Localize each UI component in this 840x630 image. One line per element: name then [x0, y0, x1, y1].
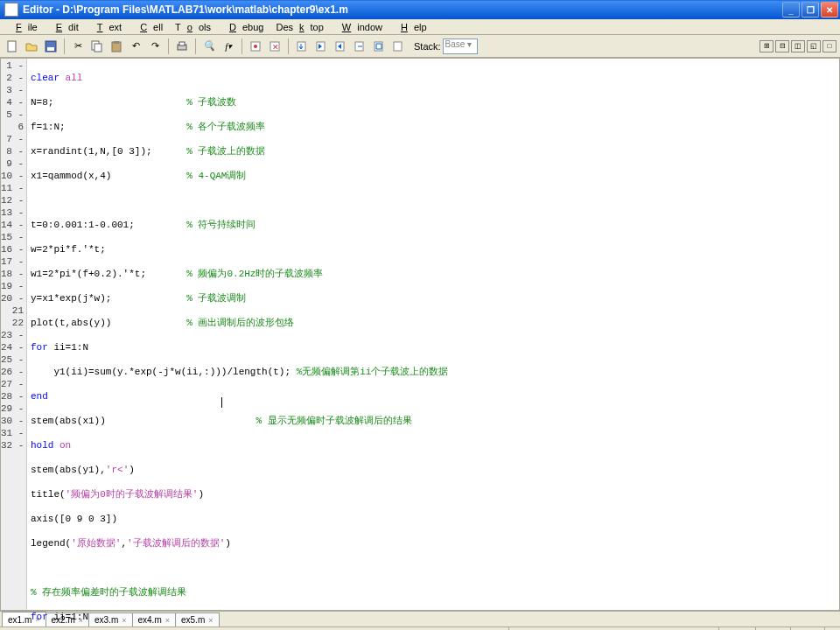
copy-icon[interactable] [88, 38, 106, 55]
gutter-line[interactable]: 18 - [1, 268, 26, 280]
text-cursor [221, 397, 222, 408]
split-v-icon[interactable]: ◫ [791, 40, 805, 52]
gutter-line[interactable]: 2 - [1, 72, 26, 84]
dock-icon[interactable]: ◱ [807, 40, 821, 52]
gutter-line[interactable]: 26 - [1, 366, 26, 378]
exit-debug-icon[interactable] [389, 38, 407, 55]
toolbar: ✂ ↶ ↷ 🔍 f▾ ✕ Stack: Base ▾ ⊞ ⊟ ◫ ◱ □ [0, 35, 840, 58]
gutter-line[interactable]: 31 - [1, 427, 26, 439]
split-h-icon[interactable]: ⊟ [775, 40, 789, 52]
menu-file[interactable]: File [4, 21, 44, 33]
maximize-pane-icon[interactable]: □ [822, 40, 836, 52]
step-in-icon[interactable] [312, 38, 330, 55]
breakpoint-clear-icon[interactable]: ✕ [266, 38, 284, 55]
gutter-line[interactable]: 20 - [1, 292, 26, 304]
gutter-line[interactable]: 15 - [1, 231, 26, 243]
gutter-line[interactable]: 6 [1, 121, 26, 133]
gutter-line[interactable]: 8 - [1, 145, 26, 158]
continue-icon[interactable] [351, 38, 368, 55]
gutter-line[interactable]: 22 [1, 317, 26, 329]
svg-text:✕: ✕ [272, 43, 279, 52]
paste-icon[interactable] [108, 38, 125, 55]
svg-point-10 [254, 45, 257, 48]
save-icon[interactable] [42, 38, 60, 55]
svg-rect-2 [47, 47, 54, 51]
gutter-line[interactable]: 13 - [1, 206, 26, 219]
cut-icon[interactable]: ✂ [69, 38, 87, 55]
svg-rect-4 [94, 44, 102, 52]
print-icon[interactable] [173, 38, 191, 55]
gutter-line[interactable]: 23 - [1, 329, 26, 341]
function-icon[interactable]: f▾ [220, 38, 237, 55]
gutter-line[interactable]: 4 - [1, 96, 26, 108]
gutter-line[interactable]: 28 - [1, 390, 26, 402]
gutter-line[interactable]: 21 [1, 304, 26, 317]
redo-icon[interactable]: ↷ [146, 38, 164, 55]
stack-select[interactable]: Base ▾ [443, 38, 478, 54]
gutter-line[interactable]: 29 - [1, 402, 26, 415]
editor-pane: 1 - 2 - 3 - 4 - 5 - 6 7 - 8 - 9 - 10 - 1… [0, 58, 840, 611]
menu-help[interactable]: Help [388, 21, 433, 33]
gutter-line[interactable]: 16 - [1, 243, 26, 256]
gutter-line[interactable]: 14 - [1, 219, 26, 231]
undo-icon[interactable]: ↶ [127, 38, 144, 55]
minimize-button[interactable]: _ [782, 2, 800, 18]
gutter-line[interactable]: 30 - [1, 415, 26, 427]
menu-cell[interactable]: Cell [128, 21, 169, 33]
gutter-line[interactable]: 1 - [1, 60, 26, 72]
step-icon[interactable] [293, 38, 311, 55]
menu-text[interactable]: Text [85, 21, 128, 33]
gutter-line[interactable]: 10 - [1, 170, 26, 182]
gutter-line[interactable]: 5 - [1, 108, 26, 121]
gutter-line[interactable]: 25 - [1, 354, 26, 366]
open-file-icon[interactable] [23, 38, 40, 55]
breakpoint-set-icon[interactable] [247, 38, 264, 55]
app-icon [4, 3, 18, 17]
new-file-icon[interactable] [4, 38, 21, 55]
gutter-line[interactable]: 11 - [1, 182, 26, 194]
titlebar: Editor - D:\Program Files\MATLAB71\work\… [0, 0, 840, 19]
code-area[interactable]: clear all N=8; % 子载波数 f=1:N; % 各个子载波频率 x… [27, 59, 839, 610]
menubar: File Edit Text Cell Tools Debug Desktop … [0, 19, 840, 35]
stack-label: Stack: [414, 41, 441, 52]
menu-edit[interactable]: Edit [44, 21, 85, 33]
step-out-icon[interactable] [332, 38, 349, 55]
svg-rect-8 [179, 42, 185, 46]
gutter-line[interactable]: 3 - [1, 84, 26, 96]
run-icon[interactable] [370, 38, 388, 55]
svg-rect-18 [394, 42, 402, 51]
maximize-button[interactable]: ❐ [802, 2, 819, 18]
close-button[interactable]: ✕ [821, 2, 838, 18]
gutter-line[interactable]: 17 - [1, 256, 26, 268]
find-icon[interactable]: 🔍 [200, 38, 218, 55]
gutter-line[interactable]: 27 - [1, 378, 26, 390]
tile-icon[interactable]: ⊞ [760, 40, 774, 52]
gutter-line[interactable]: 9 - [1, 158, 26, 170]
menu-tools[interactable]: Tools [169, 21, 217, 33]
svg-rect-0 [8, 41, 16, 52]
gutter-line[interactable]: 12 - [1, 194, 26, 206]
gutter-line[interactable]: 19 - [1, 280, 26, 292]
window-title: Editor - D:\Program Files\MATLAB71\work\… [21, 4, 782, 16]
menu-desktop[interactable]: Desktop [270, 21, 329, 33]
svg-rect-6 [114, 41, 119, 44]
menu-debug[interactable]: Debug [217, 21, 270, 33]
menu-window[interactable]: Window [330, 21, 388, 33]
line-gutter: 1 - 2 - 3 - 4 - 5 - 6 7 - 8 - 9 - 10 - 1… [1, 59, 27, 610]
gutter-line[interactable]: 24 - [1, 341, 26, 354]
window-controls: _ ❐ ✕ [782, 2, 838, 18]
gutter-line[interactable]: 7 - [1, 133, 26, 145]
gutter-line[interactable]: 32 - [1, 439, 26, 452]
